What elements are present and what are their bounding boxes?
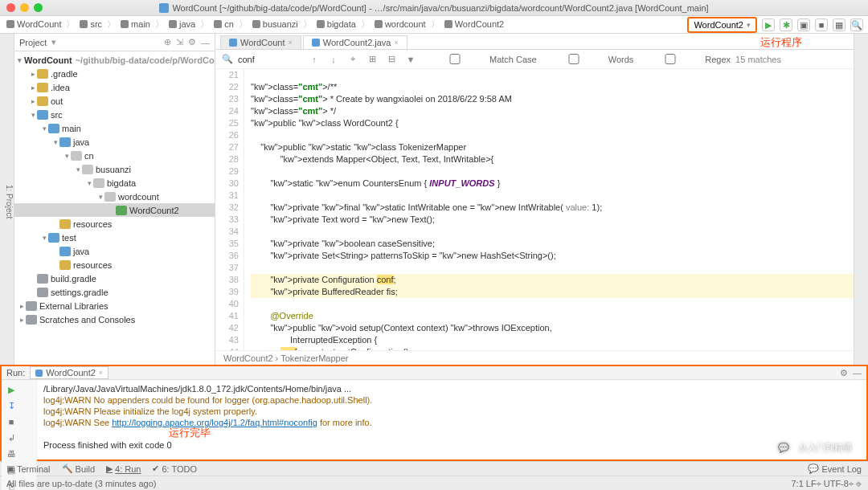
run-config-selector[interactable]: WordCount2 ▾	[687, 17, 757, 33]
gutter[interactable]: 2122232425262728293031323334353637383940…	[215, 69, 244, 350]
tree-root[interactable]: ▾WordCount~/github/big-data/code/p/WordC…	[14, 53, 215, 67]
tab-todo[interactable]: ✔ 6: TODO	[152, 463, 197, 474]
editor: WordCount×WordCount2.java× 🔍 ↑ ↓ ⌖ ⊞ ⊟ ▼…	[215, 34, 854, 365]
chevron-down-icon: ▾	[747, 21, 751, 29]
select-all-button[interactable]: ⊟	[384, 52, 399, 67]
toggle-anywhere-button[interactable]: ⌖	[346, 52, 360, 67]
tree-node[interactable]: ▾busuanzi	[14, 162, 215, 176]
watermark: 💬从入门到精通	[773, 437, 852, 458]
app-icon	[159, 3, 169, 13]
debug-button[interactable]: ✱	[780, 18, 792, 31]
minimize-icon[interactable]	[20, 3, 29, 12]
tree-node[interactable]: resources	[14, 217, 215, 231]
tree-node[interactable]: build.gradle	[14, 272, 215, 285]
crumb[interactable]: wordcount	[373, 19, 428, 29]
run-settings-icon[interactable]: ⚙	[840, 368, 848, 378]
settings-icon[interactable]: ⚙	[188, 37, 196, 47]
rerun-button[interactable]: ▶	[5, 383, 18, 396]
tree-node[interactable]: ▸out	[14, 94, 215, 108]
tree-node[interactable]: ▸Scratches and Consoles	[14, 312, 215, 326]
stop-button[interactable]: ■	[815, 18, 828, 31]
tree-node[interactable]: ▾wordcount	[14, 190, 215, 203]
crumb[interactable]: bigdata	[315, 19, 358, 29]
tree-node[interactable]: ▾src	[14, 108, 215, 121]
next-match-button[interactable]: ↓	[326, 52, 341, 67]
run-tab[interactable]: WordCount2×	[30, 366, 108, 379]
title-bar: WordCount [~/github/big-data/code/p/Word…	[0, 0, 868, 16]
find-bar: 🔍 ↑ ↓ ⌖ ⊞ ⊟ ▼ Match Case Words Regex 15 …	[215, 50, 854, 69]
collapse-icon[interactable]: ⇲	[176, 37, 183, 47]
tree-node[interactable]: WordCount2	[14, 203, 215, 217]
tree-node[interactable]: ▾test	[14, 231, 215, 244]
regex-checkbox[interactable]: Regex	[638, 54, 731, 64]
tree-node[interactable]: java	[14, 244, 215, 258]
soft-wrap-button[interactable]: ↲	[5, 431, 18, 444]
run-button[interactable]: ▶	[762, 18, 775, 31]
project-structure-button[interactable]: ▦	[833, 18, 845, 31]
right-stripe[interactable]	[854, 34, 868, 365]
coverage-button[interactable]: ▣	[797, 18, 810, 31]
window-title: WordCount [~/github/big-data/code/p/Word…	[172, 3, 708, 13]
tab-build[interactable]: 🔨 Build	[62, 463, 95, 474]
tree-node[interactable]: ▸.idea	[14, 80, 215, 94]
crumb[interactable]: busuanzi	[251, 19, 300, 29]
event-log-button[interactable]: 💬 Event Log	[808, 463, 862, 474]
tree-node[interactable]: ▸.gradle	[14, 67, 215, 80]
add-selection-button[interactable]: ⊞	[365, 52, 379, 67]
code-area[interactable]: "kw">class="cmt">/**"kw">class="cmt"> * …	[244, 69, 854, 350]
prev-match-button[interactable]: ↑	[307, 52, 321, 67]
run-config-label: WordCount2	[694, 20, 743, 30]
tree-node[interactable]: resources	[14, 258, 215, 272]
run-hide-icon[interactable]: ―	[853, 368, 862, 378]
editor-crumbs[interactable]: WordCount2 › TokenizerMapper	[215, 350, 854, 365]
tree-node[interactable]: ▾main	[14, 121, 215, 135]
left-stripe[interactable]: 1: Project	[0, 34, 14, 365]
crumb[interactable]: WordCount2	[443, 19, 506, 29]
close-icon[interactable]	[6, 3, 15, 12]
tab-terminal[interactable]: ▣ Terminal	[6, 463, 51, 474]
editor-tab[interactable]: WordCount×	[220, 35, 301, 49]
annotation-run: 运行程序	[760, 35, 802, 50]
words-checkbox[interactable]: Words	[542, 54, 634, 64]
status-right[interactable]: 7:1 LF÷ UTF-8÷ ⎆	[791, 479, 862, 488]
tree-node[interactable]: settings.gradle	[14, 285, 215, 299]
tab-run[interactable]: ▶ 4: Run	[106, 463, 141, 474]
run-header-label: Run:	[6, 368, 25, 378]
filter-button[interactable]: ▼	[403, 52, 418, 67]
run-tool-window: Run: WordCount2× ⚙ ― ▶ ↧ ■ ↲ 🖶 ▤ ⎘ 🗑 ✖ ?…	[0, 365, 868, 461]
tree-node[interactable]: ▾bigdata	[14, 176, 215, 190]
crumb[interactable]: src	[78, 19, 104, 29]
crumb[interactable]: java	[167, 19, 197, 29]
tree-node[interactable]: ▸External Libraries	[14, 299, 215, 312]
print-button[interactable]: 🖶	[5, 447, 18, 460]
hide-icon[interactable]: ―	[201, 38, 210, 47]
match-case-checkbox[interactable]: Match Case	[423, 54, 537, 64]
status-message: All files are up-to-date (3 minutes ago)	[6, 479, 156, 488]
navigation-bar: WordCount〉src〉main〉java〉cn〉busuanzi〉bigd…	[0, 16, 868, 34]
annotation-done: 运行完毕	[169, 426, 211, 440]
crumb[interactable]: WordCount	[5, 19, 63, 29]
match-count: 15 matches	[735, 55, 781, 64]
locate-icon[interactable]: ⊕	[164, 37, 171, 47]
tree-node[interactable]: ▾cn	[14, 149, 215, 162]
project-tool-window: Project▾ ⊕ ⇲ ⚙ ― ▾WordCount~/github/big-…	[14, 34, 215, 365]
zoom-icon[interactable]	[34, 3, 43, 12]
crumb[interactable]: main	[119, 19, 152, 29]
editor-tabs: WordCount×WordCount2.java×	[215, 34, 854, 50]
project-header: Project▾ ⊕ ⇲ ⚙ ―	[14, 34, 215, 51]
window-controls[interactable]	[6, 3, 43, 12]
scroll-to-end-button[interactable]: ↧	[5, 399, 18, 412]
crumb[interactable]: cn	[212, 19, 235, 29]
find-input[interactable]	[238, 55, 302, 64]
breadcrumb[interactable]: WordCount〉src〉main〉java〉cn〉busuanzi〉bigd…	[5, 18, 506, 31]
editor-tab[interactable]: WordCount2.java×	[303, 35, 407, 49]
tree-node[interactable]: ▾java	[14, 135, 215, 149]
search-icon: 🔍	[222, 54, 233, 64]
search-everywhere-button[interactable]: 🔍	[850, 18, 863, 31]
project-view-label[interactable]: Project	[19, 38, 47, 47]
stop-run-button[interactable]: ■	[5, 415, 18, 428]
